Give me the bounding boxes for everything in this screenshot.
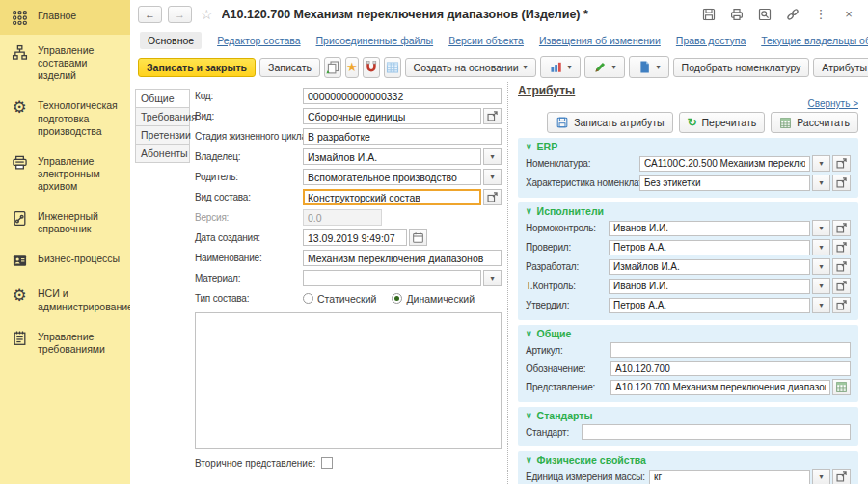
sidebar-item-nsi-administration[interactable]: ⚙ НСИ и администрирование: [0, 278, 130, 320]
owner-input[interactable]: [303, 148, 481, 165]
tab-current-owners[interactable]: Текущие владельцы объекта: [761, 35, 868, 46]
sidebar-item-label: Бизнес-процессы: [38, 251, 120, 265]
sidebar-item-tech-preparation[interactable]: ⚙ Технологическая подготовка производств…: [0, 90, 130, 145]
edit-button[interactable]: ▾: [584, 56, 625, 78]
standard-input[interactable]: [582, 424, 851, 440]
mass-unit-open-button[interactable]: [832, 469, 851, 484]
sidebar-item-main[interactable]: Главное: [0, 0, 130, 35]
developed-by-open-button[interactable]: [832, 258, 851, 275]
calendar-button[interactable]: [409, 229, 427, 246]
kind-input[interactable]: [303, 108, 481, 124]
approved-by-input[interactable]: [609, 298, 810, 313]
norm-control-dropdown-button[interactable]: ▾: [812, 220, 830, 236]
material-input[interactable]: [303, 270, 481, 286]
designation-input[interactable]: [610, 361, 851, 376]
mass-unit-dropdown-button[interactable]: ▾: [812, 469, 830, 484]
presentation-input[interactable]: [610, 380, 830, 395]
sidebar-item-product-structures[interactable]: Управление составами изделий: [0, 35, 130, 90]
tab-main[interactable]: Основное: [140, 32, 202, 49]
tab-object-versions[interactable]: Версии объекта: [448, 35, 524, 46]
section-standards-header[interactable]: ∨Стандарты: [526, 410, 851, 421]
parent-dropdown-button[interactable]: ▾: [483, 169, 502, 185]
calculate-button[interactable]: Рассчитать: [771, 112, 858, 133]
radio-static[interactable]: Статический: [303, 293, 376, 305]
developed-by-dropdown-button[interactable]: ▾: [812, 258, 830, 275]
code-input[interactable]: [303, 88, 502, 104]
nomenclature-dropdown-button[interactable]: ▾: [812, 155, 830, 172]
sidebar-item-engineering-reference[interactable]: Инженерный справочник: [0, 201, 130, 243]
vtab-requirements[interactable]: Требования: [135, 107, 190, 125]
tech-control-dropdown-button[interactable]: ▾: [812, 278, 830, 294]
description-textarea[interactable]: [195, 312, 502, 449]
tech-control-input[interactable]: [609, 279, 810, 294]
save-attributes-button[interactable]: Записать атрибуты: [547, 112, 672, 133]
favorites-button[interactable]: ★: [345, 57, 359, 78]
section-executors-header[interactable]: ∨Исполнители: [526, 205, 851, 217]
lifecycle-stage-input[interactable]: [303, 128, 502, 145]
mass-unit-input[interactable]: [649, 470, 810, 484]
vtab-subscribers[interactable]: Абоненты: [135, 144, 190, 163]
create-based-on-button[interactable]: Создать на основании▾: [405, 58, 536, 77]
approved-by-open-button[interactable]: [832, 297, 851, 313]
back-button[interactable]: ←: [138, 6, 162, 23]
document-button[interactable]: ▾: [629, 56, 669, 78]
tech-control-open-button[interactable]: [832, 278, 851, 294]
checked-by-input[interactable]: [609, 240, 810, 255]
close-icon[interactable]: ×: [841, 7, 856, 22]
sidebar-item-business-processes[interactable]: Бизнес-процессы: [0, 243, 130, 278]
copy-button[interactable]: [324, 57, 341, 78]
magnet-button[interactable]: [363, 57, 380, 78]
composition-kind-input[interactable]: [303, 189, 481, 205]
created-date-input[interactable]: [303, 229, 407, 246]
owner-dropdown-button[interactable]: ▾: [483, 148, 502, 165]
save-button[interactable]: Записать: [259, 58, 320, 77]
kind-open-button[interactable]: [483, 108, 502, 124]
tab-access-rights[interactable]: Права доступа: [676, 35, 746, 46]
parent-input[interactable]: [303, 169, 481, 185]
tab-attached-files[interactable]: Присоединенные файлы: [316, 35, 434, 46]
section-physical-header[interactable]: ∨Физические свойства: [526, 454, 851, 466]
material-dropdown-button[interactable]: ▾: [483, 270, 502, 286]
preview-icon[interactable]: [757, 7, 773, 22]
save-close-button[interactable]: Записать и закрыть: [138, 58, 256, 77]
characteristic-dropdown-button[interactable]: ▾: [812, 175, 830, 191]
section-erp-header[interactable]: ∨ERP: [526, 141, 851, 152]
characteristic-input[interactable]: [639, 175, 810, 191]
more-icon[interactable]: ⋮: [813, 7, 828, 22]
collapse-link[interactable]: Свернуть >: [808, 98, 858, 109]
characteristic-open-button[interactable]: [832, 175, 851, 191]
favorite-star-icon[interactable]: ☆: [201, 7, 213, 22]
section-common-header[interactable]: ∨Общие: [526, 328, 851, 339]
sidebar-item-electronic-archive[interactable]: Управление электронным архивом: [0, 146, 130, 201]
presentation-calc-button[interactable]: [832, 379, 851, 395]
sidebar-item-requirements[interactable]: Управление требованиями: [0, 321, 130, 363]
table-button[interactable]: [384, 57, 401, 78]
norm-control-input[interactable]: [609, 221, 810, 236]
composition-kind-open-button[interactable]: [483, 189, 502, 205]
vtab-general[interactable]: Общие: [135, 89, 190, 107]
forward-button[interactable]: →: [168, 6, 192, 23]
tab-change-notices[interactable]: Извещения об изменении: [539, 35, 661, 46]
vtab-claims[interactable]: Претензии: [135, 125, 190, 144]
reread-button[interactable]: ↻Перечитать: [679, 112, 766, 133]
print-icon[interactable]: [729, 7, 745, 22]
object-attributes-button[interactable]: Атрибуты объектов: [813, 58, 868, 77]
tab-structure-editor[interactable]: Редактор состава: [217, 35, 300, 46]
chevron-down-icon: ▾: [819, 282, 823, 290]
approved-by-dropdown-button[interactable]: ▾: [812, 297, 830, 313]
reports-button[interactable]: ▾: [540, 56, 581, 78]
nomenclature-open-button[interactable]: [832, 155, 851, 172]
developed-by-input[interactable]: [609, 259, 810, 275]
save-icon[interactable]: [701, 7, 717, 22]
link-icon[interactable]: [785, 7, 800, 22]
radio-dynamic[interactable]: Динамический: [392, 293, 475, 305]
pick-nomenclature-button[interactable]: Подобрать номенклатуру: [673, 58, 810, 77]
secondary-checkbox[interactable]: [321, 457, 333, 469]
norm-control-open-button[interactable]: [832, 220, 851, 236]
name-input[interactable]: [303, 250, 502, 266]
checked-by-open-button[interactable]: [832, 239, 851, 255]
checked-by-dropdown-button[interactable]: ▾: [812, 239, 830, 255]
nomenclature-input[interactable]: [639, 156, 810, 172]
article-input[interactable]: [610, 342, 851, 358]
attributes-title[interactable]: Атрибуты: [518, 84, 575, 97]
